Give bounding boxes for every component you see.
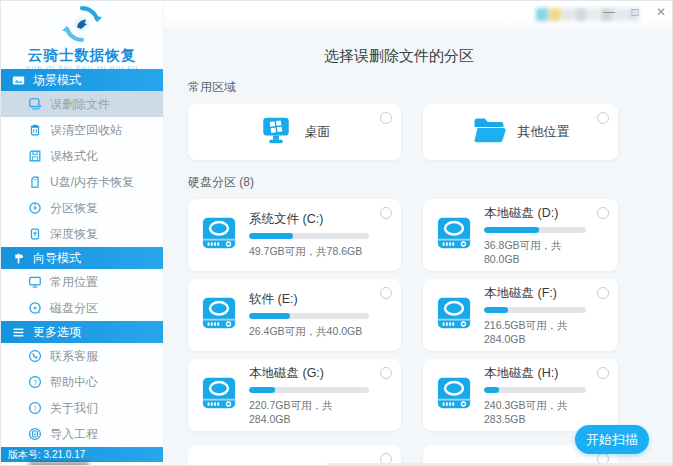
drive-usage-bar (484, 387, 586, 393)
phone-icon (27, 349, 42, 364)
sidebar-item-deep-recovery[interactable]: 深度恢复 (1, 221, 163, 247)
radio-drive-f[interactable] (597, 287, 609, 299)
quick-card-desktop[interactable]: 桌面 (188, 104, 401, 160)
sidebar-section-more-options: 更多选项 (1, 321, 163, 343)
sidebar-section-label: 更多选项 (33, 324, 81, 341)
drive-size-text: 26.4GB可用，共40.0GB (249, 325, 369, 339)
app-brand-name: 云骑士数据恢复 (28, 48, 137, 63)
radio-drive-e[interactable] (380, 287, 392, 299)
drive-size-text: 220.7GB可用，共284.0GB (249, 399, 369, 425)
sidebar-item-label: 深度恢复 (50, 226, 98, 243)
app-logo-icon (61, 4, 103, 48)
sidebar-item-recycle-bin[interactable]: 误清空回收站 (1, 117, 163, 143)
radio-desktop[interactable] (380, 112, 392, 124)
drive-card-partial-left[interactable] (188, 445, 401, 465)
question-icon: ? (27, 375, 42, 390)
drive-info: 软件 (E:) 26.4GB可用，共40.0GB (249, 291, 389, 339)
sidebar-item-help-center[interactable]: ? 帮助中心 (1, 369, 163, 395)
drive-card-f[interactable]: 本地磁盘 (F:) 216.5GB可用，共284.0GB (423, 279, 618, 351)
sidebar-item-label: U盘/内存卡恢复 (50, 174, 134, 191)
wizard-icon (11, 251, 26, 266)
radio-drive-h[interactable] (597, 367, 609, 379)
drive-usage-fill (249, 313, 290, 319)
disk-icon (27, 301, 42, 316)
quick-card-label: 其他位置 (518, 123, 570, 141)
drive-size-text: 49.7GB可用，共78.6GB (249, 245, 369, 259)
sidebar-item-label: 导入工程 (50, 426, 98, 443)
drive-size-text: 216.5GB可用，共284.0GB (484, 319, 586, 345)
sidebar-item-deleted-file[interactable]: 误删除文件 (1, 91, 163, 117)
sidebar-item-import-project[interactable]: 导入工程 (1, 421, 163, 447)
logo-area: 云骑士数据恢复 YUN QI SHI SHU JU HUI FU (1, 1, 163, 69)
sidebar-item-common-locations[interactable]: 常用位置 (1, 269, 163, 295)
radio-drive-c[interactable] (380, 207, 392, 219)
sidebar-item-label: 常用位置 (50, 274, 98, 291)
monitor-icon (27, 275, 42, 290)
hard-drive-icon (435, 375, 473, 415)
sidebar-item-disk-partitions[interactable]: 磁盘分区 (1, 295, 163, 321)
partition-icon (27, 201, 42, 216)
recycle-bin-icon (27, 123, 42, 138)
drive-size-text: 36.8GB可用，共80.0GB (484, 239, 586, 265)
drive-card-d[interactable]: 本地磁盘 (D:) 36.8GB可用，共80.0GB (423, 199, 618, 271)
quick-card-other-location[interactable]: 其他位置 (423, 104, 618, 160)
menu-icon (11, 325, 26, 340)
hard-drive-icon (200, 375, 238, 415)
drive-card-c[interactable]: 系统文件 (C:) 49.7GB可用，共78.6GB (188, 199, 401, 271)
version-label: 版本号: 3.21.0.17 (8, 448, 85, 462)
drive-usage-bar (249, 313, 369, 319)
radio-drive-d[interactable] (597, 207, 609, 219)
censored-bottom-area (29, 462, 89, 466)
drive-card-g[interactable]: 本地磁盘 (G:) 220.7GB可用，共284.0GB (188, 359, 401, 431)
drive-usage-bar (249, 233, 369, 239)
drive-usage-fill (249, 387, 275, 393)
app-window: 云骑士数据恢复 YUN QI SHI SHU JU HUI FU 场景模式 误删… (0, 0, 673, 466)
drive-info: 本地磁盘 (F:) 216.5GB可用，共284.0GB (484, 285, 606, 345)
drive-info: 本地磁盘 (H:) 240.3GB可用，共283.5GB (484, 365, 606, 425)
drive-usage-fill (484, 387, 499, 393)
folder-icon (472, 116, 506, 149)
usb-card-icon (27, 175, 42, 190)
sidebar-item-label: 帮助中心 (50, 374, 98, 391)
drive-name: 软件 (E:) (249, 291, 369, 308)
drive-name: 本地磁盘 (G:) (249, 365, 369, 382)
start-scan-button[interactable]: 开始扫描 (575, 425, 649, 454)
drive-card-e[interactable]: 软件 (E:) 26.4GB可用，共40.0GB (188, 279, 401, 351)
drive-name: 本地磁盘 (F:) (484, 285, 586, 302)
drive-name: 本地磁盘 (H:) (484, 365, 586, 382)
page-title: 选择误删除文件的分区 (164, 47, 634, 66)
sidebar-item-label: 误格式化 (50, 148, 98, 165)
drive-usage-fill (484, 307, 508, 313)
sidebar-section-scene-mode: 场景模式 (1, 69, 163, 91)
svg-text:!: ! (33, 404, 35, 413)
partition-section-label: 硬盘分区 (8) (188, 174, 618, 191)
sidebar-item-label: 关于我们 (50, 400, 98, 417)
radio-drive-g[interactable] (380, 367, 392, 379)
main-panel: 选择误删除文件的分区 常用区域 桌面 其他位置 硬盘分区 (8) (164, 1, 673, 466)
drive-usage-fill (249, 233, 293, 239)
quick-section-label: 常用区域 (188, 79, 618, 96)
drive-usage-bar (249, 387, 369, 393)
drive-name: 本地磁盘 (D:) (484, 205, 586, 222)
sidebar-item-about-us[interactable]: ! 关于我们 (1, 395, 163, 421)
drive-card-h[interactable]: 本地磁盘 (H:) 240.3GB可用，共283.5GB (423, 359, 618, 431)
drive-size-text: 240.3GB可用，共283.5GB (484, 399, 586, 425)
sidebar-item-formatted[interactable]: 误格式化 (1, 143, 163, 169)
hard-drive-icon (435, 215, 473, 255)
sidebar-item-label: 分区恢复 (50, 200, 98, 217)
quick-card-label: 桌面 (305, 123, 331, 141)
format-icon (27, 149, 42, 164)
sidebar-item-label: 误删除文件 (50, 96, 110, 113)
sidebar-item-usb-card-recovery[interactable]: U盘/内存卡恢复 (1, 169, 163, 195)
content-area: 常用区域 桌面 其他位置 硬盘分区 (8) 系统文件 ( (188, 79, 618, 465)
version-bar: 版本号: 3.21.0.17 (1, 447, 163, 462)
hard-drive-icon (435, 295, 473, 335)
svg-text:?: ? (32, 378, 36, 387)
radio-other-location[interactable] (597, 112, 609, 124)
sidebar-item-contact-support[interactable]: 联系客服 (1, 343, 163, 369)
import-icon (27, 427, 42, 442)
sidebar-item-partition-recovery[interactable]: 分区恢复 (1, 195, 163, 221)
drive-info: 系统文件 (C:) 49.7GB可用，共78.6GB (249, 211, 389, 259)
desktop-icon (259, 115, 293, 150)
sidebar-item-label: 磁盘分区 (50, 300, 98, 317)
